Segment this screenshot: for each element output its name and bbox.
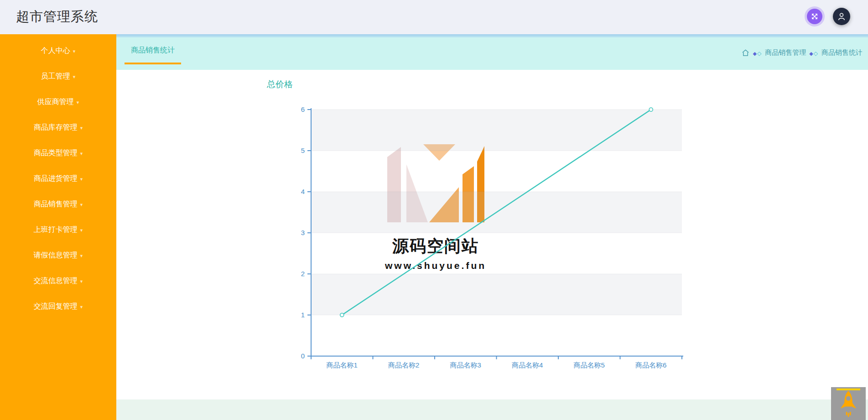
footer-strip [116,399,868,420]
chevron-down-icon: ▾ [73,48,76,54]
breadcrumb-item[interactable]: 商品销售统计 [821,48,863,57]
breadcrumb-item[interactable]: 商品销售管理 [765,48,806,57]
watermark-url: www.shuyue.fun [374,260,497,271]
watermark-logo-icon [386,142,485,223]
user-button[interactable] [833,8,850,25]
sidebar-item[interactable]: 个人中心▾ [0,38,116,63]
watermark-title: 源码空间站 [374,235,497,257]
sidebar-item-label: 商品销售管理 [34,200,78,209]
sidebar-item[interactable]: 交流信息管理▾ [0,268,116,294]
chevron-down-icon: ▾ [80,151,83,157]
chevron-down-icon: ▾ [77,100,79,105]
app-window: 超市管理系统 个人中心▾员工管理▾供应商管理▾商品库存管理▾商品类型管理▾商品进… [0,0,868,420]
sidebar-item[interactable]: 商品进货管理▾ [0,166,116,191]
sidebar-item-label: 个人中心 [41,46,70,56]
diamond-separator: ◆◇ [753,49,762,57]
watermark: 源码空间站 www.shuyue.fun [374,142,497,271]
sidebar-item[interactable]: 供应商管理▾ [0,89,116,115]
rocket-topbar [837,388,860,390]
home-icon[interactable] [741,48,750,57]
app-title: 超市管理系统 [16,8,98,26]
sidebar-menu: 个人中心▾员工管理▾供应商管理▾商品库存管理▾商品类型管理▾商品进货管理▾商品销… [0,34,116,319]
chart-title: 总价格 [267,79,293,90]
diamond-separator: ◆◇ [809,49,818,57]
chevron-down-icon: ▾ [80,278,83,284]
tab-bar: 商品销售统计 ◆◇商品销售管理◆◇商品销售统计 [116,37,868,70]
sidebar-item-label: 供应商管理 [37,97,74,107]
fullscreen-button[interactable] [807,9,822,24]
sidebar-item-label: 请假信息管理 [34,251,78,260]
app-header: 超市管理系统 [0,0,868,34]
person-icon [837,12,846,21]
header-divider [116,34,868,37]
sidebar-item[interactable]: 请假信息管理▾ [0,242,116,268]
chevron-down-icon: ▾ [80,202,83,208]
sidebar-item[interactable]: 商品库存管理▾ [0,115,116,140]
breadcrumb: ◆◇商品销售管理◆◇商品销售统计 [741,48,863,57]
chevron-down-icon: ▾ [80,125,83,131]
sidebar-item-label: 员工管理 [41,72,70,81]
sidebar-item-label: 商品类型管理 [34,148,78,158]
sidebar-item-label: 商品进货管理 [34,174,78,184]
chevron-down-icon: ▾ [73,74,76,80]
chevron-down-icon: ▾ [80,227,83,233]
sidebar: 个人中心▾员工管理▾供应商管理▾商品库存管理▾商品类型管理▾商品进货管理▾商品销… [0,34,116,420]
sidebar-item-label: 上班打卡管理 [34,225,78,235]
chevron-down-icon: ▾ [80,253,83,259]
sidebar-item-label: 交流回复管理 [34,302,78,311]
tab-sales-statistics[interactable]: 商品销售统计 [125,46,181,64]
sidebar-item[interactable]: 上班打卡管理▾ [0,217,116,242]
back-to-top-button[interactable] [831,387,866,420]
sidebar-item[interactable]: 交流回复管理▾ [0,294,116,319]
fullscreen-arrows-icon [811,12,819,21]
sidebar-item-label: 交流信息管理 [34,276,78,286]
chevron-down-icon: ▾ [80,176,83,182]
chevron-down-icon: ▾ [80,304,83,310]
rocket-icon [838,390,858,417]
sidebar-item[interactable]: 商品类型管理▾ [0,140,116,166]
sidebar-item-label: 商品库存管理 [34,123,78,132]
sidebar-item[interactable]: 商品销售管理▾ [0,191,116,217]
sidebar-item[interactable]: 员工管理▾ [0,63,116,89]
